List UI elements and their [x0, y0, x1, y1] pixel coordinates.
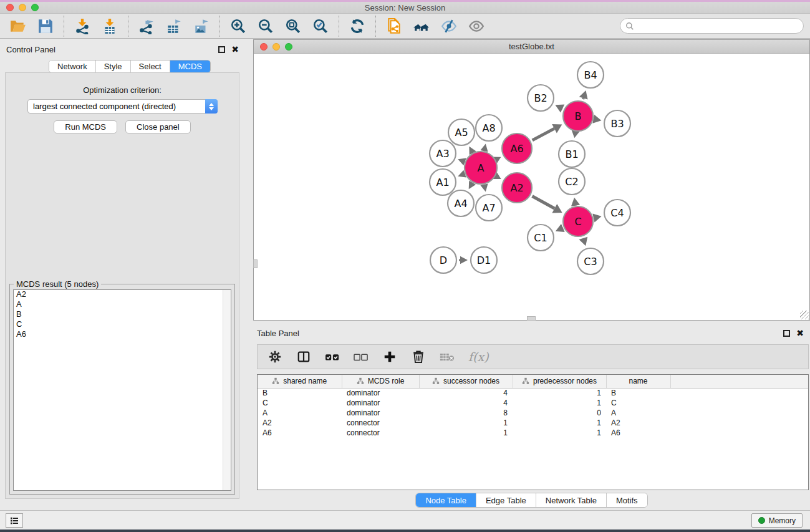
criterion-dropdown[interactable]: largest connected component (directed) — [27, 99, 218, 114]
tab-style[interactable]: Style — [96, 60, 131, 72]
edge-arrowhead-icon — [480, 184, 488, 192]
zoom-in-icon[interactable] — [229, 17, 248, 36]
close-table-panel-icon[interactable]: ✖ — [796, 330, 804, 337]
task-history-button[interactable] — [6, 513, 23, 528]
graph-node-label: A4 — [454, 198, 467, 210]
graph-edge[interactable] — [533, 128, 554, 140]
mcds-result-item[interactable]: A2 — [14, 290, 231, 300]
zoom-window-icon[interactable] — [31, 4, 39, 11]
eye-icon[interactable] — [467, 17, 486, 36]
hide-eye-icon[interactable] — [440, 17, 458, 36]
control-panel-tabs: Network Style Select MCDS — [49, 60, 211, 73]
import-network-icon[interactable] — [73, 17, 92, 36]
select-all-checkboxes-icon[interactable] — [325, 349, 340, 364]
graph-node-label: A1 — [436, 177, 449, 188]
column-header[interactable]: name — [606, 375, 670, 388]
bottom-grip-handle[interactable] — [527, 316, 536, 321]
table-tabs: Node Table Edge Table Network Table Moti… — [415, 493, 647, 508]
edge-arrowhead-icon — [480, 143, 488, 152]
close-network-window-icon[interactable] — [260, 43, 268, 51]
add-column-icon[interactable] — [382, 349, 397, 364]
float-table-panel-icon[interactable] — [783, 330, 790, 337]
edge-arrowhead-icon — [592, 213, 601, 222]
search-field[interactable] — [620, 18, 804, 34]
graph-node-label: A6 — [510, 143, 523, 155]
edge-arrowhead-icon — [579, 90, 588, 100]
network-window-title: testGlobe.txt — [254, 42, 809, 51]
float-panel-icon[interactable] — [218, 46, 225, 53]
traffic-lights — [6, 4, 39, 11]
mcds-result-item[interactable]: A6 — [14, 330, 231, 340]
mcds-result-title: MCDS result (5 nodes) — [14, 279, 101, 289]
run-mcds-button[interactable]: Run MCDS — [54, 120, 117, 133]
close-panel-icon[interactable]: ✖ — [231, 46, 239, 53]
zoom-out-icon[interactable] — [256, 17, 275, 36]
tab-motifs[interactable]: Motifs — [607, 493, 647, 507]
column-header[interactable]: successor nodes — [419, 375, 513, 388]
memory-label: Memory — [769, 516, 796, 525]
graph-node-label: B1 — [565, 148, 578, 160]
tab-edge-table[interactable]: Edge Table — [476, 493, 536, 507]
open-folder-icon[interactable] — [9, 17, 27, 36]
graph-edge[interactable] — [583, 98, 584, 99]
table-toolbar: f(x) — [257, 344, 809, 369]
memory-button[interactable]: Memory — [751, 513, 803, 528]
minimize-network-window-icon[interactable] — [272, 43, 280, 51]
network-canvas[interactable]: B4B2BB3A5A8A6A3AB1A1C2A2A4A7CC4C1C3DD1 — [254, 54, 809, 320]
refresh-icon[interactable] — [348, 17, 367, 36]
tab-network[interactable]: Network — [49, 60, 96, 72]
table-row[interactable]: A6connector11A6 — [258, 428, 808, 438]
column-header[interactable]: predecessor nodes — [513, 375, 606, 388]
export-network-icon[interactable] — [137, 17, 156, 36]
close-panel-button[interactable]: Close panel — [125, 120, 191, 133]
result-scrollbar[interactable] — [223, 290, 231, 490]
network-graph[interactable]: B4B2BB3A5A8A6A3AB1A1C2A2A4A7CC4C1C3DD1 — [254, 54, 809, 320]
mcds-result-item[interactable]: B — [14, 310, 231, 320]
search-input[interactable] — [634, 22, 803, 31]
tab-mcds[interactable]: MCDS — [170, 60, 210, 72]
network-view-window: testGlobe.txt B4B2BB3A5A8A6A3AB1A1C2A2A4… — [253, 39, 810, 321]
tab-network-table[interactable]: Network Table — [536, 493, 607, 507]
column-header[interactable]: shared name — [258, 375, 342, 388]
save-floppy-icon[interactable] — [36, 17, 55, 36]
list-icon — [9, 516, 19, 526]
graph-node-label: A5 — [455, 127, 468, 138]
table-row[interactable]: Bdominator41B — [258, 388, 808, 398]
deselect-all-checkboxes-icon[interactable] — [354, 349, 369, 364]
network-file-icon[interactable] — [385, 17, 403, 36]
table-row[interactable]: Adominator80A — [258, 408, 808, 418]
desktop-strip-bottom — [0, 530, 810, 532]
graph-node-label: B — [575, 110, 582, 122]
mcds-result-item[interactable]: C — [14, 320, 231, 330]
left-grip-handle[interactable] — [253, 259, 258, 268]
close-window-icon[interactable] — [6, 4, 14, 11]
mcds-result-list[interactable]: A2ABCA6 — [13, 289, 231, 491]
tab-select[interactable]: Select — [131, 60, 170, 72]
table-row[interactable]: Cdominator41C — [258, 398, 808, 408]
table-panel-title: Table Panel — [257, 329, 299, 338]
export-table-icon[interactable] — [165, 17, 183, 36]
minimize-window-icon[interactable] — [19, 4, 26, 11]
graph-node-label: A2 — [510, 182, 523, 194]
network-window-titlebar[interactable]: testGlobe.txt — [254, 40, 809, 54]
edge-arrowhead-icon — [579, 237, 587, 246]
table-row[interactable]: A2connector11A2 — [258, 418, 808, 428]
trash-icon[interactable] — [411, 349, 426, 364]
split-columns-icon[interactable] — [296, 349, 311, 364]
houses-icon[interactable] — [412, 17, 431, 36]
gear-icon[interactable] — [268, 349, 282, 364]
import-table-icon[interactable] — [100, 17, 119, 36]
mcds-result-item[interactable]: A — [14, 300, 231, 310]
window-resize-grip[interactable] — [800, 311, 809, 319]
export-image-icon[interactable] — [192, 17, 211, 36]
graph-node-label: C1 — [534, 232, 547, 244]
zoom-network-window-icon[interactable] — [285, 43, 292, 51]
zoom-selected-icon[interactable] — [311, 17, 330, 36]
graph-node-label: C2 — [565, 176, 578, 188]
function-fx-icon[interactable]: f(x) — [468, 349, 489, 364]
tab-node-table[interactable]: Node Table — [416, 493, 476, 507]
graph-edge[interactable] — [533, 196, 555, 209]
column-header[interactable]: MCDS role — [342, 375, 419, 388]
zoom-fit-icon[interactable] — [284, 17, 302, 36]
delete-table-icon[interactable] — [440, 349, 455, 364]
